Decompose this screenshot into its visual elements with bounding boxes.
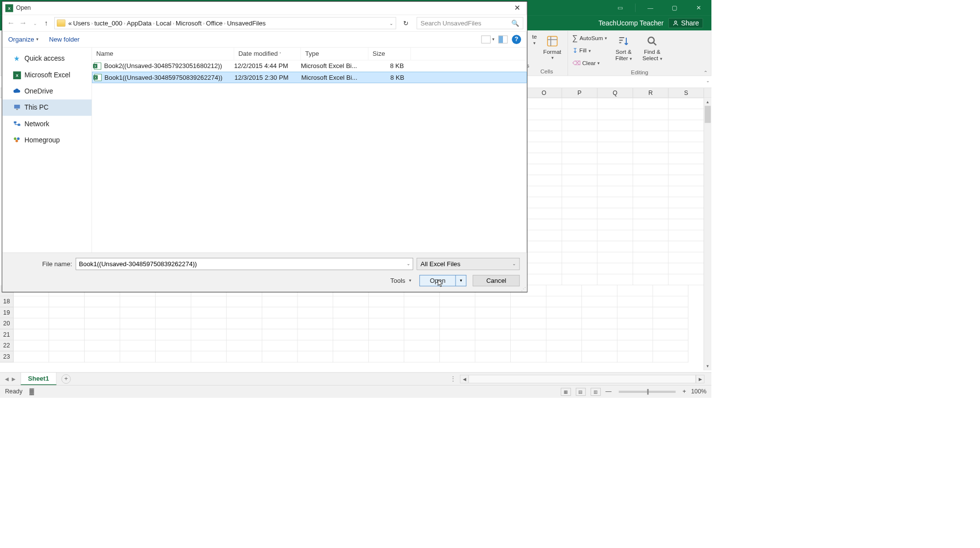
cell[interactable] <box>668 120 704 131</box>
cell[interactable] <box>526 131 562 142</box>
cell[interactable] <box>333 351 369 363</box>
resize-grip-icon[interactable]: ⋰ <box>521 288 525 290</box>
col-header[interactable]: R <box>633 88 669 98</box>
cell[interactable] <box>633 241 669 252</box>
cell[interactable] <box>262 329 298 341</box>
tab-dots-icon[interactable]: ⋮ <box>450 375 456 382</box>
cell[interactable] <box>633 175 669 186</box>
cell[interactable] <box>526 252 562 263</box>
cell[interactable] <box>526 98 562 109</box>
cell[interactable] <box>440 296 476 307</box>
scroll-down-icon[interactable]: ▾ <box>704 363 711 370</box>
cell[interactable] <box>526 175 562 186</box>
close-button[interactable]: ✕ <box>510 2 524 13</box>
cell[interactable] <box>668 241 704 252</box>
cell[interactable] <box>511 351 547 363</box>
zoom-slider[interactable] <box>618 390 675 392</box>
cell[interactable] <box>582 341 617 352</box>
cell[interactable] <box>227 307 262 319</box>
cell[interactable] <box>633 98 669 109</box>
row-header[interactable]: 23 <box>0 351 14 363</box>
sort-filter-button[interactable]: Sort & Filter ▾ <box>613 33 634 63</box>
cell[interactable] <box>668 175 704 186</box>
page-break-view-icon[interactable]: ▥ <box>591 388 600 395</box>
cell[interactable] <box>262 307 298 319</box>
format-button[interactable]: Format ▾ <box>541 33 563 62</box>
cell[interactable] <box>49 329 85 341</box>
cell[interactable] <box>526 208 562 219</box>
cell[interactable] <box>49 341 85 352</box>
cell[interactable] <box>369 341 405 352</box>
cell[interactable] <box>191 329 227 341</box>
cell[interactable] <box>369 296 405 307</box>
cell[interactable] <box>617 351 653 363</box>
breadcrumb-item[interactable]: Users <box>73 20 90 27</box>
cell[interactable] <box>369 329 405 341</box>
cell[interactable] <box>120 329 156 341</box>
zoom-in-button[interactable]: + <box>683 388 686 395</box>
cell[interactable] <box>617 341 653 352</box>
tree-item-microsoft-excel[interactable]: XMicrosoft Excel <box>2 67 91 83</box>
tree-item-onedrive[interactable]: OneDrive <box>2 83 91 99</box>
cell[interactable] <box>633 142 669 153</box>
cell[interactable] <box>369 307 405 319</box>
cell[interactable] <box>49 296 85 307</box>
fill-button[interactable]: ↧Fill▾ <box>572 45 607 56</box>
cell[interactable] <box>85 351 120 363</box>
horizontal-scrollbar[interactable]: ◀ ▶ <box>460 375 704 383</box>
cell[interactable] <box>511 307 547 319</box>
cell[interactable] <box>404 329 440 341</box>
cell[interactable] <box>156 351 191 363</box>
cell[interactable] <box>562 142 598 153</box>
open-split-caret[interactable]: ▾ <box>456 275 466 286</box>
cell[interactable] <box>526 109 562 120</box>
cell[interactable] <box>653 285 688 297</box>
cell[interactable] <box>617 329 653 341</box>
col-header[interactable]: Q <box>597 88 633 98</box>
cell[interactable] <box>668 164 704 175</box>
cell[interactable] <box>562 153 598 164</box>
cell[interactable] <box>633 263 669 274</box>
cell[interactable] <box>14 351 49 363</box>
cell[interactable] <box>653 351 688 363</box>
cell[interactable] <box>297 296 333 307</box>
scroll-left-icon[interactable]: ◀ <box>460 375 468 383</box>
tree-item-quick-access[interactable]: Quick access <box>2 50 91 67</box>
cell[interactable] <box>49 318 85 329</box>
cell[interactable] <box>404 351 440 363</box>
col-header[interactable]: P <box>562 88 598 98</box>
cell[interactable] <box>582 329 617 341</box>
tools-button[interactable]: Tools ▾ <box>390 277 411 284</box>
cell[interactable] <box>597 142 633 153</box>
cell[interactable] <box>617 285 653 297</box>
cell[interactable] <box>191 351 227 363</box>
cell[interactable] <box>440 307 476 319</box>
macro-record-icon[interactable]: ▓ <box>29 388 34 395</box>
breadcrumb-item[interactable]: Office <box>206 20 223 27</box>
cell[interactable] <box>85 318 120 329</box>
cell[interactable] <box>227 296 262 307</box>
cell[interactable] <box>526 142 562 153</box>
maximize-icon[interactable]: ▢ <box>664 0 685 16</box>
cell[interactable] <box>668 274 704 285</box>
cell[interactable] <box>668 230 704 241</box>
cell[interactable] <box>562 252 598 263</box>
cell[interactable] <box>633 120 669 131</box>
tab-sheet1[interactable]: Sheet1 <box>21 372 56 386</box>
cell[interactable] <box>562 230 598 241</box>
expand-formula-icon[interactable]: ⌄ <box>706 78 709 83</box>
cell[interactable] <box>597 252 633 263</box>
cell[interactable] <box>597 175 633 186</box>
cell[interactable] <box>617 296 653 307</box>
cell[interactable] <box>547 329 582 341</box>
cell[interactable] <box>562 274 598 285</box>
view-options-button[interactable]: ▾ <box>481 36 494 44</box>
cell[interactable] <box>297 351 333 363</box>
file-row[interactable]: Book2((Unsaved-304857923051680212))12/2/… <box>92 60 527 71</box>
cell[interactable] <box>653 307 688 319</box>
cell[interactable] <box>547 318 582 329</box>
cell[interactable] <box>668 109 704 120</box>
normal-view-icon[interactable]: ▦ <box>561 388 570 395</box>
cell[interactable] <box>633 208 669 219</box>
cell[interactable] <box>297 341 333 352</box>
